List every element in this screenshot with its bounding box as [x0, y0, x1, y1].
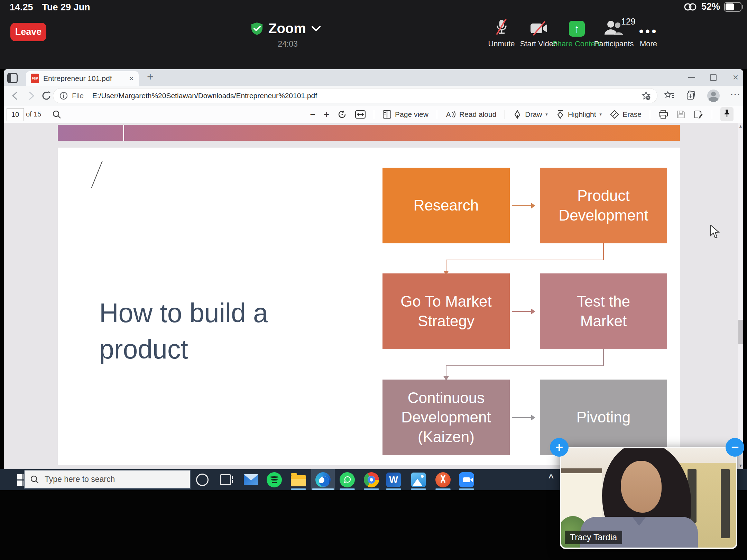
scrollbar-thumb[interactable] [738, 320, 743, 344]
chrome-icon[interactable] [363, 472, 380, 488]
highlight-button[interactable]: Highlight ▾ [556, 110, 602, 119]
search-placeholder: Type here to search [45, 475, 115, 484]
linked-rings-icon [683, 2, 697, 11]
info-icon[interactable] [59, 92, 68, 100]
fit-width-icon[interactable] [355, 110, 366, 119]
taskbar-search-box[interactable]: Type here to search [24, 470, 191, 489]
tab-actions-icon[interactable] [7, 73, 18, 83]
zoom-in-icon[interactable]: + [324, 111, 329, 118]
flow-box-product-development: Product Development [540, 168, 667, 243]
meeting-title[interactable]: Zoom [251, 21, 321, 36]
previous-slide-bottom-strip [58, 125, 680, 141]
elbow1-arrowhead [443, 271, 449, 275]
scrollbar-up-icon[interactable]: ▲ [738, 124, 743, 129]
indicator-zoom [459, 488, 474, 490]
tab-bar: PDF Entrepreneur 101.pdf × + × [4, 69, 743, 86]
save-icon[interactable] [676, 110, 685, 119]
forward-icon[interactable] [26, 91, 36, 101]
mail-icon[interactable] [243, 472, 259, 488]
zoom-meeting-topbar: 14.25 Tue 29 Jun 52% Leave Zoom 24:03 [0, 0, 747, 69]
cortana-icon[interactable] [194, 472, 211, 488]
flow-box-research: Research [382, 168, 510, 243]
edge-icon[interactable] [315, 472, 331, 488]
indicator-chrome [364, 488, 379, 490]
leave-button[interactable]: Leave [10, 23, 46, 41]
flow-box-test-the-market: Test the Market [540, 273, 667, 349]
tab-title: Entrepreneur 101.pdf [43, 74, 126, 83]
elbow1-drop [446, 260, 446, 271]
more-button[interactable]: ••• More [622, 18, 674, 48]
page-total: of 15 [26, 110, 41, 118]
battery-percent: 52% [701, 1, 720, 12]
scrollbar-down-icon[interactable]: ▼ [738, 463, 743, 468]
refresh-icon[interactable] [41, 91, 52, 101]
elbow2-drop [446, 365, 446, 377]
tray-chevron-icon[interactable]: ^ [548, 473, 554, 483]
task-view-icon[interactable] [217, 472, 234, 488]
draw-chevron-icon: ▾ [545, 112, 548, 117]
arrow-continuous-to-pivoting [512, 417, 531, 418]
collections-icon[interactable] [685, 90, 697, 101]
settings-ellipsis-icon[interactable]: ⋯ [730, 88, 741, 100]
read-aloud-button[interactable]: A Read aloud [445, 110, 496, 119]
indicator-edge [312, 488, 334, 490]
profile-avatar[interactable] [707, 90, 720, 102]
tab-close-icon[interactable]: × [126, 74, 134, 83]
window-close-button[interactable]: × [728, 69, 743, 86]
svg-text:A: A [446, 111, 451, 118]
slide-page-10: How to build a product Research Product … [58, 148, 680, 465]
search-icon[interactable] [52, 110, 61, 119]
elbow2-across [446, 365, 604, 366]
file-explorer-icon[interactable] [290, 472, 307, 488]
page-view-button[interactable]: Page view [382, 110, 428, 119]
favorites-icon[interactable] [664, 90, 675, 101]
rotate-icon[interactable] [338, 110, 347, 119]
whatsapp-icon[interactable] [339, 472, 356, 488]
slide-title: How to build a product [99, 295, 328, 367]
webcam-tile[interactable]: Tracy Tardia [560, 447, 737, 549]
spotify-icon[interactable] [266, 472, 283, 488]
word-icon[interactable]: W [385, 472, 402, 488]
highlight-chevron-icon: ▾ [600, 112, 602, 117]
photos-icon[interactable] [410, 472, 427, 488]
zoom-in-plus-icon[interactable]: + [550, 438, 569, 457]
erase-button[interactable]: Erase [610, 110, 642, 119]
page-view-icon [382, 110, 391, 119]
strip-divider-line [123, 125, 124, 141]
flow-box-go-to-market: Go To Market Strategy [382, 273, 510, 349]
pin-toolbar-button[interactable] [720, 107, 734, 121]
indicator-photos [411, 488, 426, 490]
window-minimize-button[interactable] [684, 69, 700, 86]
snip-icon[interactable] [435, 472, 451, 488]
pdf-file-icon: PDF [31, 74, 39, 83]
print-icon[interactable] [658, 110, 668, 119]
pdf-scrollbar[interactable]: ▲ ▼ [738, 123, 743, 469]
draw-button[interactable]: Draw ▾ [513, 110, 548, 119]
search-icon [30, 475, 39, 484]
draw-label: Draw [525, 110, 542, 119]
save-as-icon[interactable] [694, 110, 703, 119]
zoom-out-icon[interactable]: − [310, 111, 315, 118]
tab-entrepreneur-pdf[interactable]: PDF Entrepreneur 101.pdf × [26, 71, 139, 86]
date: Tue 29 Jun [42, 2, 90, 13]
erase-label: Erase [622, 110, 642, 119]
zoom-out-minus-icon[interactable]: − [726, 438, 744, 457]
pin-toolbar-icon [723, 109, 730, 118]
pdf-content-area[interactable]: How to build a product Research Product … [4, 123, 743, 469]
window-restore-button[interactable] [705, 69, 721, 86]
back-icon[interactable] [10, 91, 20, 101]
shield-check-icon [251, 22, 263, 35]
flow-box-continuous-development: Continuous Development (Kaizen) [382, 380, 510, 455]
zoom-app-icon[interactable] [458, 472, 475, 488]
elbow1-across [446, 260, 604, 260]
meeting-timer: 24:03 [274, 39, 302, 49]
new-tab-button[interactable]: + [147, 71, 154, 83]
elbow2-arrowhead [443, 376, 449, 381]
address-field[interactable]: File E:/User/Margareth%20Setiawan/Downlo… [53, 88, 657, 103]
status-bar-right: 52% [683, 1, 741, 12]
address-divider [88, 92, 88, 100]
add-favorite-icon[interactable] [641, 91, 651, 101]
indicator-snip [435, 488, 451, 490]
clock: 14.25 [10, 2, 33, 13]
page-number-input[interactable] [7, 108, 24, 121]
